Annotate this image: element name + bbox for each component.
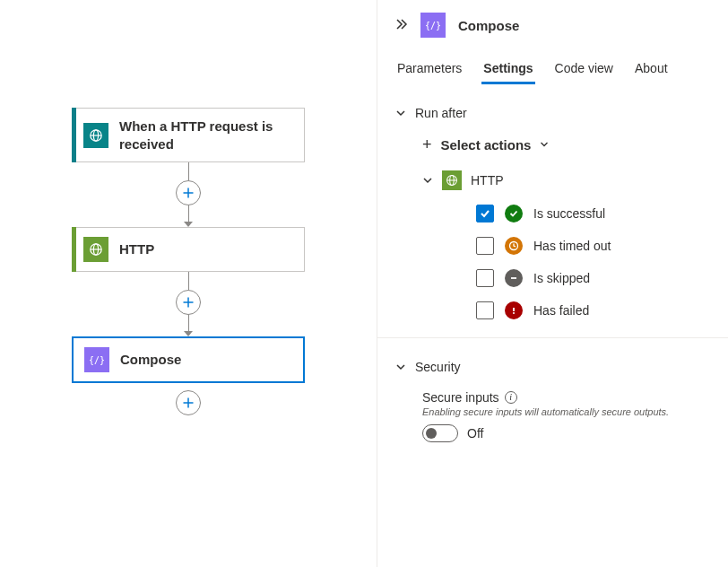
panel-body: Run after + Select actions HTTP <box>377 84 728 478</box>
tab-settings[interactable]: Settings <box>481 52 534 84</box>
field-hint: Enabling secure inputs will automaticall… <box>422 406 710 417</box>
status-row-success: Is successful <box>476 205 710 222</box>
node-http-trigger[interactable]: When a HTTP request is received <box>72 108 305 162</box>
field-secure-inputs: Secure inputs i Enabling secure inputs w… <box>395 390 710 442</box>
workflow-canvas: When a HTTP request is received HTTP <box>0 0 377 567</box>
panel-title: Compose <box>458 18 519 33</box>
status-label: Has failed <box>533 303 589 318</box>
compose-icon: {/} <box>84 347 109 372</box>
chevron-down-icon <box>540 140 549 149</box>
plus-icon <box>182 187 195 199</box>
add-step-button[interactable] <box>176 180 201 205</box>
plus-icon <box>182 296 195 309</box>
node-label: When a HTTP request is received <box>119 118 293 153</box>
checkbox-failed[interactable] <box>476 301 494 319</box>
workflow-flow: When a HTTP request is received HTTP <box>27 108 350 415</box>
dependency-action-toggle[interactable]: HTTP <box>422 165 710 196</box>
node-accent <box>72 227 76 272</box>
select-actions-button[interactable]: + Select actions <box>395 124 710 165</box>
status-label: Is successful <box>533 206 605 221</box>
status-row-failed: Has failed <box>476 301 710 319</box>
checkbox-skipped[interactable] <box>476 269 494 287</box>
status-label: Is skipped <box>533 271 590 285</box>
status-list: Is successful Has timed out <box>422 196 710 319</box>
minus-icon <box>505 269 523 287</box>
section-title: Security <box>415 360 461 374</box>
secure-inputs-toggle[interactable] <box>422 424 458 442</box>
select-actions-label: Select actions <box>441 137 532 153</box>
section-security: Security Secure inputs i Enabling secure… <box>395 356 710 442</box>
status-row-skipped: Is skipped <box>476 269 710 287</box>
add-step-button[interactable] <box>176 290 201 315</box>
check-icon <box>479 207 491 220</box>
node-accent <box>72 108 76 162</box>
panel-tabs: Parameters Settings Code view About <box>377 52 728 84</box>
globe-icon <box>442 170 462 190</box>
toggle-value-label: Off <box>467 426 483 441</box>
panel-header: {/} Compose <box>377 0 728 52</box>
status-row-timeout: Has timed out <box>476 237 710 255</box>
dependency-action: HTTP Is successful <box>395 165 710 319</box>
connector <box>176 272 201 336</box>
section-title: Run after <box>415 106 467 120</box>
svg-text:{/}: {/} <box>90 355 104 365</box>
plus-icon <box>182 397 195 409</box>
divider <box>377 337 728 338</box>
field-label: Secure inputs <box>422 390 499 405</box>
dependency-name: HTTP <box>471 173 504 188</box>
globe-icon <box>83 237 108 262</box>
svg-point-20 <box>513 312 515 314</box>
section-run-after-toggle[interactable]: Run after <box>395 102 710 124</box>
node-label: HTTP <box>119 240 154 258</box>
node-http[interactable]: HTTP <box>72 227 305 272</box>
checkbox-success[interactable] <box>476 205 494 222</box>
collapse-panel-button[interactable] <box>395 18 408 33</box>
info-icon[interactable]: i <box>505 391 517 404</box>
globe-icon <box>83 123 108 148</box>
chevron-down-icon <box>395 362 406 372</box>
add-step-button[interactable] <box>176 390 201 415</box>
tab-code-view[interactable]: Code view <box>553 52 615 84</box>
settings-panel: {/} Compose Parameters Settings Code vie… <box>377 0 728 567</box>
clock-icon <box>505 237 523 255</box>
section-security-toggle[interactable]: Security <box>395 356 710 378</box>
node-compose[interactable]: {/} Compose <box>72 336 305 383</box>
plus-icon: + <box>422 136 432 153</box>
chevron-down-icon <box>422 175 433 186</box>
error-icon <box>505 301 523 319</box>
status-label: Has timed out <box>533 239 611 253</box>
chevron-double-right-icon <box>395 18 408 31</box>
chevron-down-icon <box>395 108 406 118</box>
success-icon <box>505 205 523 222</box>
tab-parameters[interactable]: Parameters <box>395 52 464 84</box>
toggle-knob <box>426 428 437 439</box>
svg-text:{/}: {/} <box>426 21 440 31</box>
connector <box>176 162 201 227</box>
checkbox-timeout[interactable] <box>476 237 494 255</box>
node-label: Compose <box>120 351 181 369</box>
compose-icon: {/} <box>420 13 446 38</box>
section-run-after: Run after + Select actions HTTP <box>395 102 710 319</box>
tab-about[interactable]: About <box>633 52 670 84</box>
